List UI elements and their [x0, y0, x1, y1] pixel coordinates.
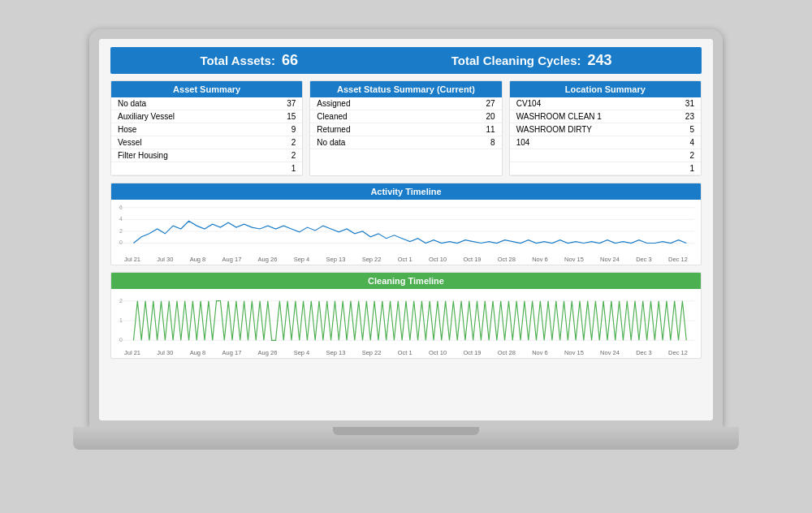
table-row: WASHROOM DIRTY5	[510, 123, 701, 136]
svg-text:6: 6	[119, 205, 123, 210]
cleaning-timeline-box: Cleaning Timeline 2 1 0	[110, 272, 702, 359]
dashboard: Total Assets: 66 Total Cleaning Cycles: …	[99, 39, 713, 420]
table-row: WASHROOM CLEAN 123	[510, 110, 701, 123]
asset-summary-table: No data37Auxiliary Vessel15Hose9Vessel2F…	[111, 97, 302, 175]
svg-text:0: 0	[119, 337, 123, 343]
table-row: Assigned27	[310, 97, 501, 110]
cleaning-x-labels: Jul 21 Jul 30 Aug 8 Aug 17 Aug 26 Sep 4 …	[118, 349, 694, 356]
table-row: Filter Housing2	[111, 149, 302, 162]
table-row: Auxiliary Vessel15	[111, 110, 302, 123]
total-cleaning-label: Total Cleaning Cycles:	[451, 54, 581, 67]
activity-x-labels: Jul 21 Jul 30 Aug 8 Aug 17 Aug 26 Sep 4 …	[118, 256, 694, 263]
screen-border: Total Assets: 66 Total Cleaning Cycles: …	[89, 29, 723, 427]
asset-summary-header: Asset Summary	[111, 81, 302, 97]
activity-chart-container: 6 4 2 0 Jul 21 Jul 30 Aug 8 Aug 17	[111, 200, 701, 265]
location-summary-table: CV10431WASHROOM CLEAN 123WASHROOM DIRTY5…	[510, 97, 701, 175]
asset-summary-box: Asset Summary No data37Auxiliary Vessel1…	[110, 80, 303, 176]
table-row: No data8	[310, 136, 501, 149]
laptop-base	[73, 427, 739, 450]
total-cleaning-value: 243	[588, 52, 612, 69]
table-row: 1	[510, 162, 701, 175]
table-row: 2	[510, 149, 701, 162]
total-cleaning-metric: Total Cleaning Cycles: 243	[451, 52, 612, 69]
table-row: 1	[111, 162, 302, 175]
asset-status-table: Assigned27Cleaned20Returned11No data8	[310, 97, 501, 149]
table-row: Hose9	[111, 123, 302, 136]
location-summary-header: Location Summary	[510, 81, 701, 97]
asset-status-box: Asset Status Summary (Current) Assigned2…	[309, 80, 502, 176]
activity-timeline-box: Activity Timeline 6 4 2 0	[110, 183, 702, 265]
svg-text:2: 2	[119, 298, 123, 304]
table-row: No data37	[111, 97, 302, 110]
asset-status-header: Asset Status Summary (Current)	[310, 81, 501, 97]
location-summary-box: Location Summary CV10431WASHROOM CLEAN 1…	[509, 80, 702, 176]
activity-timeline-header: Activity Timeline	[111, 183, 701, 200]
activity-chart-svg: 6 4 2 0	[118, 203, 694, 256]
top-banner: Total Assets: 66 Total Cleaning Cycles: …	[110, 47, 702, 74]
table-row: Returned11	[310, 123, 501, 136]
table-row: Vessel2	[111, 136, 302, 149]
svg-text:2: 2	[119, 228, 123, 234]
table-row: CV10431	[510, 97, 701, 110]
table-row: Cleaned20	[310, 110, 501, 123]
cleaning-timeline-header: Cleaning Timeline	[111, 273, 701, 289]
svg-text:1: 1	[119, 317, 123, 323]
screen: Total Assets: 66 Total Cleaning Cycles: …	[99, 39, 713, 420]
cleaning-chart-svg: 2 1 0	[118, 292, 694, 349]
total-assets-label: Total Assets:	[200, 54, 275, 67]
cleaning-chart-container: 2 1 0 Jul 21 Jul 30 Aug 8 Aug 17 Aug 26	[111, 289, 701, 358]
total-assets-metric: Total Assets: 66	[200, 52, 298, 69]
total-assets-value: 66	[282, 52, 298, 69]
table-row: 1044	[510, 136, 701, 149]
svg-text:4: 4	[119, 216, 123, 222]
summary-row: Asset Summary No data37Auxiliary Vessel1…	[110, 80, 702, 176]
laptop-container: Total Assets: 66 Total Cleaning Cycles: …	[73, 29, 739, 484]
svg-text:0: 0	[119, 239, 123, 245]
